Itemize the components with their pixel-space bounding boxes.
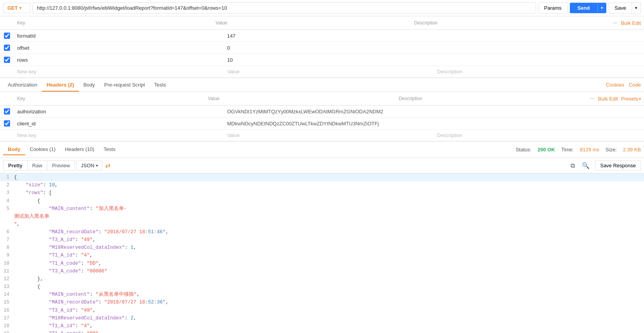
cookies-link[interactable]: Cookies [606, 82, 624, 88]
line-number: 11 [0, 267, 14, 275]
code-line: 5 "MAIN_content": "加入黑名单-测试加入黑名单", [0, 205, 644, 228]
resp-tab-cookies-1[interactable]: Cookies (1) [25, 144, 60, 155]
headers-bulk-edit-link[interactable]: Bulk Edit [598, 96, 618, 102]
headers-presets-link[interactable]: Presets ▾ [621, 96, 641, 102]
code-view: 1 { 2 "size": 10, 3 "rows": [ 4 { 5 "MAI… [0, 173, 644, 333]
code-line: 14 "MAIN_content": "从黑名单中移除", [0, 291, 644, 298]
headers-checkbox-2[interactable] [0, 133, 14, 138]
params-checkbox-0[interactable] [0, 30, 14, 42]
headers-checkbox-input-1[interactable] [4, 120, 10, 127]
params-key-cell-3: New key [14, 66, 224, 77]
request-tab-list: AuthorizationHeaders (2)BodyPre-request … [3, 78, 171, 92]
resp-tab-headers-10[interactable]: Headers (10) [60, 144, 99, 155]
code-line: 17 "M18ReservedCol_dataIndex": 2, [0, 314, 644, 322]
params-value-cell-1: 0 [224, 42, 434, 54]
line-content: "T1_A_code": "DD", [14, 260, 644, 267]
save-btn-group: Save ▾ [609, 2, 641, 14]
pretty-button[interactable]: Pretty [3, 160, 28, 171]
params-table-row: New key Value Description [0, 66, 644, 78]
format-select[interactable]: JSON ▾ [77, 160, 102, 171]
code-line: 18 "T1_A_id": "4", [0, 322, 644, 330]
params-dots-icon[interactable]: ··· [613, 19, 618, 26]
headers-checkbox-header [0, 97, 14, 100]
url-input[interactable] [33, 2, 536, 14]
size-value: 2.39 KB [623, 147, 641, 153]
code-line: 13 { [0, 283, 644, 291]
save-button[interactable]: Save [609, 2, 632, 14]
line-content: "MAIN_content": "从黑名单中移除", [14, 291, 644, 298]
params-table-row: rows 10 [0, 54, 644, 66]
line-number: 19 [0, 330, 14, 333]
format-label: JSON [81, 163, 94, 168]
line-number: 17 [0, 314, 14, 322]
raw-button[interactable]: Raw [28, 160, 47, 171]
line-number: 14 [0, 291, 14, 298]
headers-desc-header: Description [396, 94, 587, 103]
headers-checkbox-input-0[interactable] [4, 108, 10, 114]
req-tab-pre-request-script[interactable]: Pre-request Script [99, 78, 150, 92]
params-rows-container: formatId 147 offset 0 rows 10 New key Va… [0, 30, 644, 78]
send-button[interactable]: Send [570, 3, 598, 13]
params-button[interactable]: Params [538, 2, 567, 14]
params-desc-cell-2 [434, 57, 644, 62]
params-checkbox-3[interactable] [0, 69, 14, 75]
params-checkbox-1[interactable] [0, 42, 14, 54]
headers-key-cell-0: authorization [14, 106, 224, 117]
line-number: 2 [0, 181, 14, 189]
time-label: Time: [561, 147, 574, 153]
size-label: Size: [606, 147, 617, 153]
format-arrow: ▾ [96, 163, 98, 168]
headers-checkbox-1[interactable] [0, 118, 14, 129]
params-checkbox-input-1[interactable] [4, 45, 10, 51]
params-desc-cell-3: Description [434, 66, 644, 77]
line-number: 4 [0, 197, 14, 205]
line-number: 13 [0, 283, 14, 291]
params-checkbox-2[interactable] [0, 54, 14, 66]
params-desc-header: Description [411, 19, 609, 27]
params-checkbox-input-0[interactable] [4, 33, 10, 39]
headers-checkbox-0[interactable] [0, 106, 14, 117]
send-dropdown-button[interactable]: ▾ [597, 3, 606, 13]
headers-value-cell-0: OGVkNDI1YzMtMTQzYy00MzkxLWEwODAtMGRmZGNi… [224, 106, 434, 117]
line-content: "T3_A_id": "49", [14, 307, 644, 314]
method-select[interactable]: GET ▾ [3, 3, 30, 13]
save-dropdown-button[interactable]: ▾ [632, 2, 641, 14]
code-line: 15 "MAIN_recordDate": "2018/07/27 18:52:… [0, 298, 644, 306]
code-line: 9 "T1_A_id": "4", [0, 251, 644, 259]
line-number: 10 [0, 260, 14, 267]
params-checkbox-header [0, 21, 14, 24]
line-content: "size": 10, [14, 181, 644, 189]
headers-dots-icon[interactable]: ··· [590, 95, 595, 102]
wrap-icon[interactable]: ⇄ [105, 162, 110, 169]
url-bar: GET ▾ Params Send ▾ Save ▾ [0, 0, 644, 16]
headers-key-header: Key [14, 94, 205, 103]
headers-value-cell-2: Value [224, 130, 434, 141]
code-line: 4 { [0, 197, 644, 205]
params-checkbox-input-2[interactable] [4, 57, 10, 63]
params-header-row: Key Value Description ··· Bulk Edit [0, 16, 644, 30]
line-number: 3 [0, 189, 14, 197]
save-response-button[interactable]: Save Response [595, 160, 641, 171]
code-line: 7 "T3_A_id": "49", [0, 236, 644, 244]
req-tab-headers-2[interactable]: Headers (2) [42, 78, 79, 92]
resp-tab-tests[interactable]: Tests [99, 144, 120, 155]
code-line: 12 }, [0, 275, 644, 283]
code-link[interactable]: Code [629, 82, 641, 88]
params-bulk-edit-link[interactable]: Bulk Edit [621, 20, 641, 26]
code-line: 16 "T3_A_id": "49", [0, 307, 644, 314]
tabs-right-links: Cookies Code [606, 82, 641, 88]
req-tab-body[interactable]: Body [79, 78, 100, 92]
line-content: }, [14, 275, 644, 283]
copy-button[interactable]: ⧉ [569, 161, 576, 170]
line-content: { [14, 173, 644, 181]
req-tab-authorization[interactable]: Authorization [3, 78, 42, 92]
search-button[interactable]: 🔍 [580, 161, 591, 170]
resp-tab-body[interactable]: Body [3, 144, 25, 155]
preview-button[interactable]: Preview [47, 160, 75, 171]
line-content: "T1_A_id": "4", [14, 251, 644, 259]
line-number: 7 [0, 236, 14, 244]
code-line: 10 "T1_A_code": "DD", [0, 260, 644, 267]
line-content: "MAIN_recordDate": "2018/07/27 18:51:46"… [14, 228, 644, 236]
req-tab-tests[interactable]: Tests [150, 78, 171, 92]
headers-header-row: Key Value Description ··· Bulk Edit Pres… [0, 92, 644, 106]
